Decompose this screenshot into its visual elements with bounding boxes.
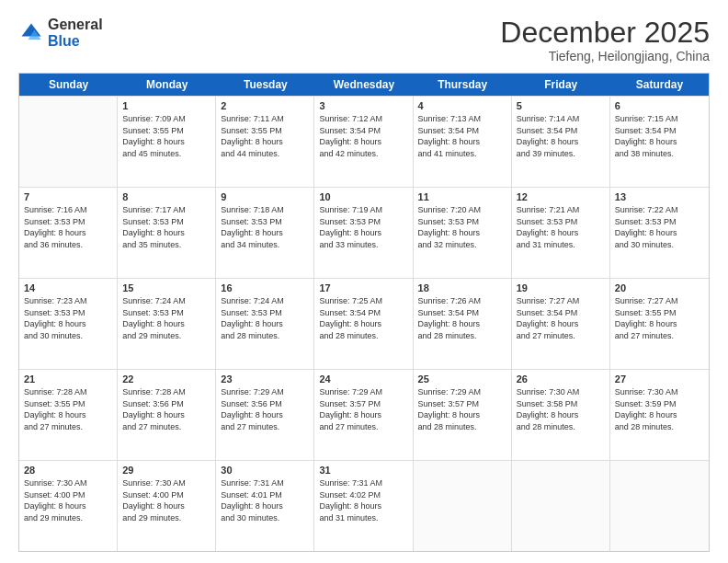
cal-cell-0-6: 6Sunrise: 7:15 AM Sunset: 3:54 PM Daylig… [610,97,709,187]
day-info-21: Sunrise: 7:28 AM Sunset: 3:55 PM Dayligh… [24,386,112,432]
day-number-2: 2 [221,100,309,111]
cal-cell-3-0: 21Sunrise: 7:28 AM Sunset: 3:55 PM Dayli… [19,370,118,460]
day-number-23: 23 [221,373,309,385]
cal-cell-4-1: 29Sunrise: 7:30 AM Sunset: 4:00 PM Dayli… [118,461,216,551]
cal-cell-2-6: 20Sunrise: 7:27 AM Sunset: 3:55 PM Dayli… [610,279,709,369]
day-info-27: Sunrise: 7:30 AM Sunset: 3:59 PM Dayligh… [615,386,704,432]
cal-cell-3-1: 22Sunrise: 7:28 AM Sunset: 3:56 PM Dayli… [118,370,216,460]
day-number-5: 5 [517,100,605,111]
logo-general: General [48,17,103,32]
calendar-body: 1Sunrise: 7:09 AM Sunset: 3:55 PM Daylig… [19,96,709,551]
day-info-31: Sunrise: 7:31 AM Sunset: 4:02 PM Dayligh… [319,477,407,523]
day-info-16: Sunrise: 7:24 AM Sunset: 3:53 PM Dayligh… [221,295,309,341]
day-number-29: 29 [122,465,210,476]
cal-cell-3-3: 24Sunrise: 7:29 AM Sunset: 3:57 PM Dayli… [314,370,413,460]
cal-cell-1-3: 10Sunrise: 7:19 AM Sunset: 3:53 PM Dayli… [314,188,413,278]
week-row-1: 7Sunrise: 7:16 AM Sunset: 3:53 PM Daylig… [19,187,709,278]
day-number-28: 28 [24,465,112,476]
day-number-15: 15 [122,282,210,293]
day-number-17: 17 [319,282,407,293]
day-number-6: 6 [615,100,704,111]
day-number-20: 20 [615,282,704,293]
cal-cell-4-3: 31Sunrise: 7:31 AM Sunset: 4:02 PM Dayli… [314,461,413,551]
day-number-3: 3 [319,100,407,111]
day-info-25: Sunrise: 7:29 AM Sunset: 3:57 PM Dayligh… [418,386,506,432]
svg-marker-0 [22,23,41,36]
day-number-10: 10 [319,191,407,202]
day-number-22: 22 [122,373,210,385]
day-info-28: Sunrise: 7:30 AM Sunset: 4:00 PM Dayligh… [24,477,112,523]
cal-cell-0-4: 4Sunrise: 7:13 AM Sunset: 3:54 PM Daylig… [414,97,512,187]
day-info-5: Sunrise: 7:14 AM Sunset: 3:54 PM Dayligh… [517,113,605,159]
day-info-14: Sunrise: 7:23 AM Sunset: 3:53 PM Dayligh… [24,295,112,341]
dow-thursday: Thursday [414,74,512,96]
cal-cell-2-0: 14Sunrise: 7:23 AM Sunset: 3:53 PM Dayli… [19,279,118,369]
day-info-11: Sunrise: 7:20 AM Sunset: 3:53 PM Dayligh… [418,204,506,250]
day-info-22: Sunrise: 7:28 AM Sunset: 3:56 PM Dayligh… [122,386,210,432]
day-number-18: 18 [418,282,506,293]
day-info-6: Sunrise: 7:15 AM Sunset: 3:54 PM Dayligh… [615,113,704,159]
cal-cell-4-6 [610,461,709,551]
dow-monday: Monday [118,74,216,96]
cal-cell-1-0: 7Sunrise: 7:16 AM Sunset: 3:53 PM Daylig… [19,188,118,278]
day-info-3: Sunrise: 7:12 AM Sunset: 3:54 PM Dayligh… [319,113,407,159]
cal-cell-0-5: 5Sunrise: 7:14 AM Sunset: 3:54 PM Daylig… [512,97,610,187]
day-info-8: Sunrise: 7:17 AM Sunset: 3:53 PM Dayligh… [122,204,210,250]
week-row-0: 1Sunrise: 7:09 AM Sunset: 3:55 PM Daylig… [19,96,709,187]
logo-blue: Blue [48,33,80,49]
cal-cell-4-4 [414,461,512,551]
day-number-13: 13 [615,191,704,202]
header: General Blue December 2025 Tiefeng, Heil… [18,17,710,63]
cal-cell-1-2: 9Sunrise: 7:18 AM Sunset: 3:53 PM Daylig… [216,188,314,278]
cal-cell-1-5: 12Sunrise: 7:21 AM Sunset: 3:53 PM Dayli… [512,188,610,278]
day-number-30: 30 [221,465,309,476]
calendar-header: Sunday Monday Tuesday Wednesday Thursday… [19,74,709,96]
cal-cell-2-3: 17Sunrise: 7:25 AM Sunset: 3:54 PM Dayli… [314,279,413,369]
cal-cell-0-3: 3Sunrise: 7:12 AM Sunset: 3:54 PM Daylig… [314,97,413,187]
logo-icon [18,20,44,46]
cal-cell-3-6: 27Sunrise: 7:30 AM Sunset: 3:59 PM Dayli… [610,370,709,460]
logo: General Blue [18,17,103,49]
cal-cell-4-5 [512,461,610,551]
day-info-26: Sunrise: 7:30 AM Sunset: 3:58 PM Dayligh… [517,386,605,432]
day-info-9: Sunrise: 7:18 AM Sunset: 3:53 PM Dayligh… [221,204,309,250]
day-info-23: Sunrise: 7:29 AM Sunset: 3:56 PM Dayligh… [221,386,309,432]
week-row-2: 14Sunrise: 7:23 AM Sunset: 3:53 PM Dayli… [19,278,709,369]
cal-cell-1-4: 11Sunrise: 7:20 AM Sunset: 3:53 PM Dayli… [414,188,512,278]
dow-sunday: Sunday [19,74,118,96]
day-info-19: Sunrise: 7:27 AM Sunset: 3:54 PM Dayligh… [517,295,605,341]
day-info-17: Sunrise: 7:25 AM Sunset: 3:54 PM Dayligh… [319,295,407,341]
cal-cell-4-0: 28Sunrise: 7:30 AM Sunset: 4:00 PM Dayli… [19,461,118,551]
cal-cell-0-1: 1Sunrise: 7:09 AM Sunset: 3:55 PM Daylig… [118,97,216,187]
day-number-24: 24 [319,373,407,385]
day-info-12: Sunrise: 7:21 AM Sunset: 3:53 PM Dayligh… [517,204,605,250]
page: General Blue December 2025 Tiefeng, Heil… [0,0,728,563]
day-number-31: 31 [319,465,407,476]
day-number-14: 14 [24,282,112,293]
cal-cell-2-1: 15Sunrise: 7:24 AM Sunset: 3:53 PM Dayli… [118,279,216,369]
day-number-26: 26 [517,373,605,385]
day-number-25: 25 [418,373,506,385]
week-row-3: 21Sunrise: 7:28 AM Sunset: 3:55 PM Dayli… [19,369,709,460]
day-number-27: 27 [615,373,704,385]
day-number-8: 8 [122,191,210,202]
day-number-19: 19 [517,282,605,293]
week-row-4: 28Sunrise: 7:30 AM Sunset: 4:00 PM Dayli… [19,460,709,551]
cal-cell-2-2: 16Sunrise: 7:24 AM Sunset: 3:53 PM Dayli… [216,279,314,369]
dow-tuesday: Tuesday [216,74,314,96]
month-title: December 2025 [500,17,710,49]
title-block: December 2025 Tiefeng, Heilongjiang, Chi… [500,17,710,63]
day-info-13: Sunrise: 7:22 AM Sunset: 3:53 PM Dayligh… [615,204,704,250]
day-number-16: 16 [221,282,309,293]
day-info-24: Sunrise: 7:29 AM Sunset: 3:57 PM Dayligh… [319,386,407,432]
cal-cell-2-4: 18Sunrise: 7:26 AM Sunset: 3:54 PM Dayli… [414,279,512,369]
cal-cell-0-0 [19,97,118,187]
day-number-21: 21 [24,373,112,385]
day-info-15: Sunrise: 7:24 AM Sunset: 3:53 PM Dayligh… [122,295,210,341]
cal-cell-3-4: 25Sunrise: 7:29 AM Sunset: 3:57 PM Dayli… [414,370,512,460]
day-info-1: Sunrise: 7:09 AM Sunset: 3:55 PM Dayligh… [122,113,210,159]
cal-cell-4-2: 30Sunrise: 7:31 AM Sunset: 4:01 PM Dayli… [216,461,314,551]
cal-cell-3-5: 26Sunrise: 7:30 AM Sunset: 3:58 PM Dayli… [512,370,610,460]
dow-friday: Friday [512,74,610,96]
day-info-7: Sunrise: 7:16 AM Sunset: 3:53 PM Dayligh… [24,204,112,250]
